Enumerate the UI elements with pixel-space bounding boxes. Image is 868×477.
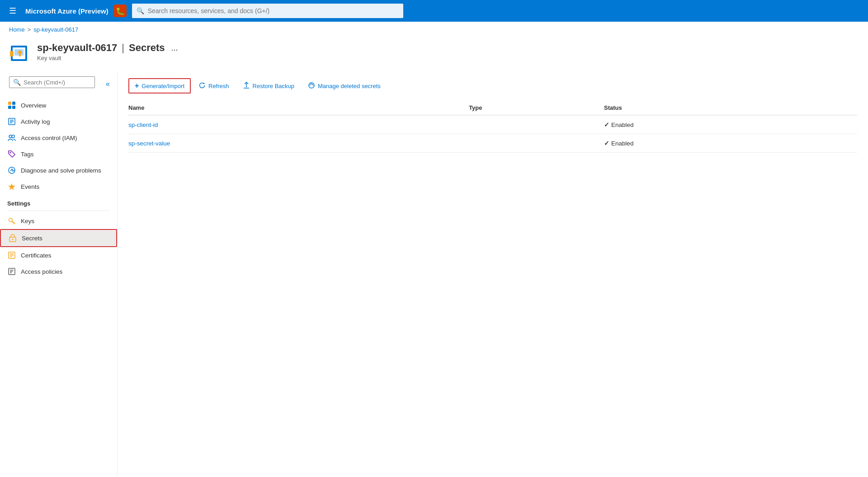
sidebar-item-label: Access control (IAM): [21, 135, 77, 141]
svg-line-35: [310, 84, 311, 85]
tags-icon: [7, 150, 16, 159]
title-separator: |: [122, 42, 124, 54]
table-row[interactable]: sp-client-id ✓ Enabled: [128, 115, 857, 134]
secret-type: [469, 134, 604, 153]
sidebar-item-events[interactable]: Events: [0, 178, 117, 195]
svg-point-3: [18, 51, 22, 54]
secret-status: ✓ Enabled: [604, 115, 857, 134]
settings-section-header: Settings: [0, 195, 117, 209]
breadcrumb-current[interactable]: sp-keyvault-0617: [33, 26, 78, 33]
diagnose-icon: [7, 166, 16, 175]
body-layout: 🔍 « Overview Activity log: [0, 71, 868, 477]
svg-rect-6: [8, 102, 11, 105]
status-enabled: ✓ Enabled: [604, 140, 852, 147]
svg-marker-18: [8, 183, 15, 190]
app-title: Microsoft Azure (Preview): [25, 7, 108, 15]
search-input[interactable]: [148, 7, 399, 14]
manage-deleted-label: Manage deleted secrets: [318, 83, 381, 89]
svg-rect-8: [8, 106, 11, 109]
sidebar-collapse-button[interactable]: «: [102, 80, 113, 88]
content-area: + Generate/Import Refresh Restore Backup: [118, 71, 868, 477]
table-row[interactable]: sp-secret-value ✓ Enabled: [128, 134, 857, 153]
restore-icon: [243, 82, 250, 90]
generate-import-button[interactable]: + Generate/Import: [128, 78, 191, 94]
page-title-area: sp-keyvault-0617 | Secrets ... Key vault: [37, 42, 180, 61]
secret-status: ✓ Enabled: [604, 134, 857, 153]
page-name: Secrets: [129, 42, 165, 54]
sidebar-item-label: Keys: [21, 218, 34, 224]
certificates-icon: [7, 251, 16, 260]
access-control-icon: [7, 133, 16, 142]
breadcrumb-separator: >: [28, 26, 31, 33]
svg-point-19: [9, 218, 13, 222]
sidebar-item-label: Certificates: [21, 252, 52, 259]
bug-icon[interactable]: 🐛: [114, 5, 127, 17]
refresh-icon: [198, 82, 206, 90]
sidebar-item-keys[interactable]: Keys: [0, 213, 117, 229]
status-label: Enabled: [611, 140, 634, 147]
svg-line-36: [311, 84, 313, 85]
toolbar: + Generate/Import Refresh Restore Backup: [128, 78, 857, 94]
top-nav-bar: ☰ Microsoft Azure (Preview) 🐛 🔍: [0, 0, 868, 22]
keyvault-icon: [9, 42, 31, 64]
hamburger-menu[interactable]: ☰: [5, 4, 20, 18]
secrets-icon: [8, 234, 17, 243]
plus-icon: +: [135, 82, 139, 90]
sidebar-item-label: Tags: [21, 151, 34, 158]
svg-point-34: [309, 83, 314, 88]
activity-log-icon: [7, 117, 16, 126]
breadcrumb: Home > sp-keyvault-0617: [0, 22, 868, 37]
global-search[interactable]: 🔍: [132, 4, 403, 18]
resource-name: sp-keyvault-0617: [37, 42, 117, 54]
restore-backup-button[interactable]: Restore Backup: [237, 79, 301, 94]
sidebar-item-label: Diagnose and solve problems: [21, 167, 101, 174]
page-title: sp-keyvault-0617 | Secrets ...: [37, 42, 180, 54]
access-policies-icon: [7, 267, 16, 276]
sidebar-item-label: Secrets: [22, 235, 42, 242]
sidebar-search-icon: 🔍: [13, 79, 21, 86]
sidebar-item-label: Overview: [21, 102, 46, 109]
sidebar-item-overview[interactable]: Overview: [0, 97, 117, 113]
breadcrumb-home[interactable]: Home: [9, 26, 25, 33]
generate-import-label: Generate/Import: [142, 83, 184, 89]
manage-icon: [308, 82, 315, 90]
sidebar-item-certificates[interactable]: Certificates: [0, 247, 117, 263]
sidebar-item-access-policies[interactable]: Access policies: [0, 263, 117, 280]
main-container: Home > sp-keyvault-0617 sp-keyvault-0617…: [0, 22, 868, 477]
col-header-type: Type: [469, 101, 604, 115]
events-icon: [7, 182, 16, 191]
col-header-name: Name: [128, 101, 469, 115]
status-label: Enabled: [611, 122, 634, 128]
refresh-label: Refresh: [208, 83, 229, 89]
page-header: sp-keyvault-0617 | Secrets ... Key vault: [0, 37, 868, 71]
sidebar-item-tags[interactable]: Tags: [0, 146, 117, 162]
svg-point-16: [10, 152, 11, 154]
overview-icon: [7, 101, 16, 110]
nav-divider: [7, 210, 110, 211]
secret-type: [469, 115, 604, 134]
manage-deleted-button[interactable]: Manage deleted secrets: [302, 79, 387, 94]
sidebar-item-label: Events: [21, 183, 39, 190]
sidebar-search[interactable]: 🔍: [9, 76, 95, 88]
resource-subtitle: Key vault: [37, 55, 180, 61]
refresh-button[interactable]: Refresh: [193, 79, 235, 94]
sidebar-search-input[interactable]: [24, 79, 91, 86]
restore-backup-label: Restore Backup: [253, 83, 295, 89]
svg-point-23: [12, 239, 14, 240]
svg-rect-7: [12, 102, 15, 105]
check-icon: ✓: [604, 121, 609, 128]
search-icon: 🔍: [137, 7, 144, 14]
svg-rect-5: [10, 51, 14, 56]
secret-name: sp-client-id: [128, 115, 469, 134]
sidebar-item-access-control[interactable]: Access control (IAM): [0, 130, 117, 146]
sidebar-item-label: Access policies: [21, 268, 62, 275]
svg-point-15: [12, 135, 14, 138]
secrets-table: Name Type Status sp-client-id ✓ Enabled: [128, 101, 857, 153]
ellipsis-button[interactable]: ...: [170, 43, 180, 53]
sidebar: 🔍 « Overview Activity log: [0, 71, 118, 477]
svg-rect-4: [19, 54, 21, 56]
sidebar-item-secrets[interactable]: Secrets: [0, 229, 117, 247]
sidebar-item-diagnose[interactable]: Diagnose and solve problems: [0, 162, 117, 178]
sidebar-item-activity-log[interactable]: Activity log: [0, 113, 117, 130]
check-icon: ✓: [604, 140, 609, 147]
